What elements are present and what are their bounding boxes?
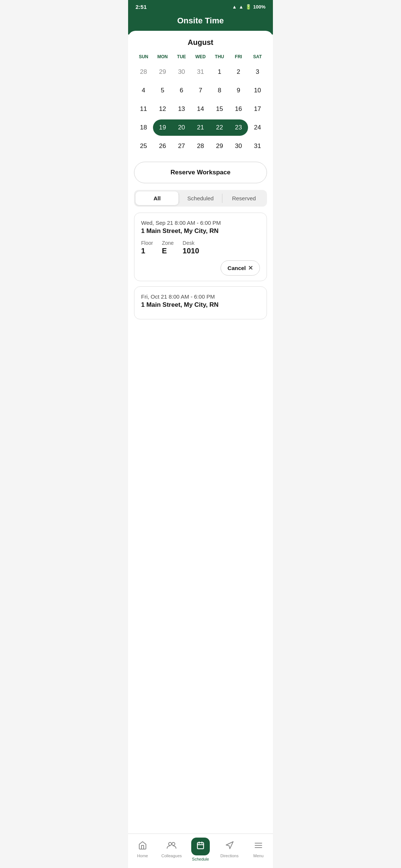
zone-value: E [162, 247, 174, 255]
day-label-sat: SAT [248, 53, 267, 61]
calendar-cell[interactable]: 5 [153, 82, 172, 99]
calendar-cell[interactable]: 24 [248, 119, 267, 136]
day-label-tue: TUE [172, 53, 191, 61]
calendar-cell[interactable]: 31 [191, 64, 210, 80]
calendar-cell[interactable]: 17 [248, 101, 267, 117]
status-bar: 2:51 ▲ ▲ 🔋 100% [128, 0, 273, 12]
calendar-cell[interactable]: 7 [191, 82, 210, 99]
signal-icon: ▲ [239, 4, 244, 10]
calendar-cell[interactable]: 25 [134, 138, 153, 154]
svg-point-1 [172, 842, 175, 845]
directions-nav-label: Directions [221, 854, 239, 854]
calendar-cell[interactable]: 6 [172, 82, 191, 99]
floor-label: Floor [141, 240, 153, 246]
calendar-cell[interactable]: 13 [172, 101, 191, 117]
cancel-x-icon: ✕ [248, 264, 253, 272]
calendar-cell[interactable]: 28 [134, 64, 153, 80]
bottom-nav: Home Colleagues Schedule [128, 834, 273, 854]
zone-label: Zone [162, 240, 174, 246]
nav-schedule[interactable]: Schedule [189, 838, 212, 854]
desk-value: 1010 [183, 247, 199, 255]
desk-label: Desk [183, 240, 199, 246]
calendar-cell[interactable]: 28 [191, 138, 210, 154]
calendar-cell[interactable]: 14 [191, 101, 210, 117]
nav-colleagues[interactable]: Colleagues [160, 841, 183, 854]
page-title: Onsite Time [136, 16, 265, 26]
svg-marker-6 [226, 842, 233, 849]
day-label-wed: WED [191, 53, 210, 61]
main-content: August SUN MON TUE WED THU FRI SAT 28293… [128, 31, 273, 854]
calendar-cell[interactable]: 16 [229, 101, 248, 117]
day-label-sun: SUN [134, 53, 153, 61]
status-icons: ▲ ▲ 🔋 100% [232, 4, 265, 10]
calendar-cell[interactable]: 9 [229, 82, 248, 99]
status-time: 2:51 [136, 4, 147, 10]
calendar-cell[interactable]: 29 [210, 138, 229, 154]
calendar-cell[interactable]: 2 [229, 64, 248, 80]
cancel-button-1[interactable]: Cancel ✕ [221, 260, 260, 276]
day-label-fri: FRI [229, 53, 248, 61]
cancel-label: Cancel [228, 265, 246, 271]
floor-detail: Floor 1 [141, 240, 153, 255]
home-icon [138, 841, 147, 852]
month-title: August [134, 38, 267, 47]
filter-tab-scheduled[interactable]: Scheduled [179, 191, 222, 205]
reservation-address-1: 1 Main Street, My City, RN [141, 227, 260, 235]
filter-tabs: All Scheduled Reserved [134, 190, 267, 207]
menu-nav-label: Menu [253, 854, 264, 854]
colleagues-nav-label: Colleagues [161, 854, 182, 854]
calendar-cell[interactable]: 10 [248, 82, 267, 99]
colleagues-icon [166, 841, 177, 852]
desk-detail: Desk 1010 [183, 240, 199, 255]
calendar-cell[interactable]: 11 [134, 101, 153, 117]
menu-icon [254, 841, 263, 852]
reservation-datetime-1: Wed, Sep 21 8:00 AM - 6:00 PM [141, 220, 260, 226]
nav-home[interactable]: Home [131, 841, 154, 854]
reservation-card-2: Fri, Oct 21 8:00 AM - 6:00 PM 1 Main Str… [134, 286, 267, 319]
calendar-cell[interactable]: 29 [153, 64, 172, 80]
directions-icon [225, 841, 234, 852]
calendar-cell[interactable]: 1 [210, 64, 229, 80]
svg-point-0 [169, 842, 172, 845]
reservation-details-1: Floor 1 Zone E Desk 1010 [141, 240, 260, 255]
calendar-body: 2829303112345678910111213141516171819202… [134, 64, 267, 154]
day-label-mon: MON [153, 53, 172, 61]
calendar-cell[interactable]: 21 [191, 119, 210, 136]
day-label-thu: THU [210, 53, 229, 61]
calendar: SUN MON TUE WED THU FRI SAT 282930311234… [134, 53, 267, 154]
calendar-cell[interactable]: 15 [210, 101, 229, 117]
calendar-day-labels: SUN MON TUE WED THU FRI SAT [134, 53, 267, 61]
calendar-cell[interactable]: 22 [210, 119, 229, 136]
filter-tab-reserved[interactable]: Reserved [222, 191, 265, 205]
calendar-cell[interactable]: 18 [134, 119, 153, 136]
nav-menu[interactable]: Menu [247, 841, 270, 854]
battery-text: 100% [253, 4, 265, 10]
reservation-address-2: 1 Main Street, My City, RN [141, 301, 260, 309]
calendar-cell[interactable]: 8 [210, 82, 229, 99]
calendar-cell[interactable]: 30 [172, 64, 191, 80]
calendar-cell[interactable]: 27 [172, 138, 191, 154]
calendar-cell[interactable]: 19 [153, 119, 172, 136]
calendar-cell[interactable]: 31 [248, 138, 267, 154]
reservation-card-1: Wed, Sep 21 8:00 AM - 6:00 PM 1 Main Str… [134, 213, 267, 281]
schedule-icon [196, 841, 205, 851]
wifi-icon: ▲ [232, 4, 237, 10]
calendar-cell[interactable]: 26 [153, 138, 172, 154]
battery-icon: 🔋 [245, 4, 251, 10]
calendar-cell[interactable]: 30 [229, 138, 248, 154]
home-nav-label: Home [137, 854, 148, 854]
calendar-cell[interactable]: 23 [229, 119, 248, 136]
reservation-datetime-2: Fri, Oct 21 8:00 AM - 6:00 PM [141, 293, 260, 300]
calendar-cell[interactable]: 12 [153, 101, 172, 117]
calendar-cell[interactable]: 20 [172, 119, 191, 136]
zone-detail: Zone E [162, 240, 174, 255]
svg-rect-2 [198, 843, 204, 849]
reserve-workspace-button[interactable]: Reserve Workspace [134, 162, 267, 183]
calendar-cell[interactable]: 3 [248, 64, 267, 80]
calendar-cell[interactable]: 4 [134, 82, 153, 99]
nav-directions[interactable]: Directions [218, 841, 241, 854]
filter-tab-all[interactable]: All [136, 191, 179, 205]
floor-value: 1 [141, 247, 153, 255]
